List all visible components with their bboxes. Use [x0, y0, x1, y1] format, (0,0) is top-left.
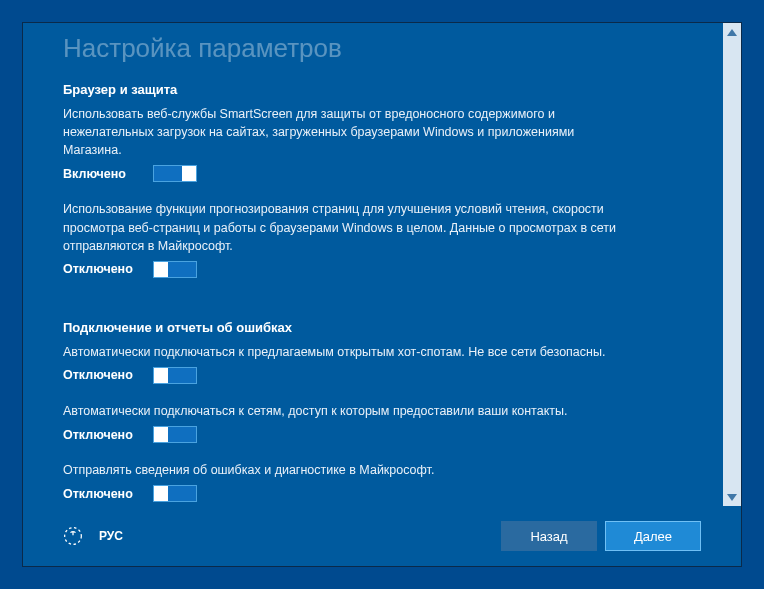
footer-right: Назад Далее [501, 521, 701, 551]
setting-smartscreen: Использовать веб-службы SmartScreen для … [63, 105, 623, 182]
toggle-knob [154, 368, 168, 383]
toggle-row: Отключено [63, 426, 623, 443]
toggle-label: Включено [63, 167, 141, 181]
scroll-content: Настройка параметров Браузер и защита Ис… [63, 23, 723, 506]
toggle-knob [154, 262, 168, 277]
toggle-knob [182, 166, 196, 181]
setting-desc: Отправлять сведения об ошибках и диагнос… [63, 461, 623, 479]
next-button[interactable]: Далее [605, 521, 701, 551]
setting-desc: Использование функции прогнозирования ст… [63, 200, 623, 254]
footer: РУС Назад Далее [23, 506, 741, 566]
scroll-up-button[interactable] [725, 25, 739, 39]
ease-of-access-button[interactable] [63, 526, 83, 546]
toggle-label: Отключено [63, 368, 141, 382]
setting-desc: Использовать веб-службы SmartScreen для … [63, 105, 623, 159]
svg-point-0 [65, 528, 82, 545]
toggle-smartscreen[interactable] [153, 165, 197, 182]
toggle-label: Отключено [63, 428, 141, 442]
footer-left: РУС [63, 526, 123, 546]
chevron-up-icon [727, 29, 737, 36]
toggle-row: Отключено [63, 261, 623, 278]
toggle-knob [154, 486, 168, 501]
setting-error-reports: Отправлять сведения об ошибках и диагнос… [63, 461, 623, 502]
toggle-label: Отключено [63, 487, 141, 501]
toggle-contact-networks[interactable] [153, 426, 197, 443]
setting-desc: Автоматически подключаться к сетям, дост… [63, 402, 623, 420]
toggle-open-hotspots[interactable] [153, 367, 197, 384]
toggle-row: Включено [63, 165, 623, 182]
scroll-down-button[interactable] [725, 490, 739, 504]
chevron-down-icon [727, 494, 737, 501]
ease-of-access-icon [63, 526, 83, 546]
setting-page-prediction: Использование функции прогнозирования ст… [63, 200, 623, 277]
settings-window: Настройка параметров Браузер и защита Ис… [22, 22, 742, 567]
setting-desc: Автоматически подключаться к предлагаемы… [63, 343, 623, 361]
scrollbar[interactable] [723, 23, 741, 506]
section-browser-header: Браузер и защита [63, 82, 703, 97]
back-button[interactable]: Назад [501, 521, 597, 551]
toggle-knob [154, 427, 168, 442]
page-title: Настройка параметров [63, 33, 703, 64]
setting-open-hotspots: Автоматически подключаться к предлагаемы… [63, 343, 623, 384]
setting-contact-networks: Автоматически подключаться к сетям, дост… [63, 402, 623, 443]
toggle-row: Отключено [63, 367, 623, 384]
toggle-page-prediction[interactable] [153, 261, 197, 278]
toggle-row: Отключено [63, 485, 623, 502]
content-area: Настройка параметров Браузер и защита Ис… [23, 23, 741, 506]
section-connectivity-header: Подключение и отчеты об ошибках [63, 320, 703, 335]
toggle-label: Отключено [63, 262, 141, 276]
toggle-error-reports[interactable] [153, 485, 197, 502]
language-button[interactable]: РУС [99, 529, 123, 543]
